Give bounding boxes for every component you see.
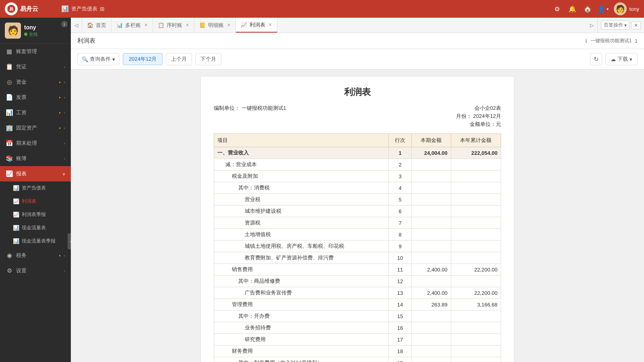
row-ytd	[451, 334, 501, 346]
sidebar-collapse-btn[interactable]: ‹	[68, 233, 71, 249]
col-header-item: 项目	[214, 134, 389, 147]
sidebar-label-invoice: 发票	[16, 94, 56, 101]
row-current	[411, 171, 451, 182]
tab-profit-close[interactable]: ✕	[268, 22, 272, 27]
sidebar-sub-balance-sheet[interactable]: 📊 资产负债表	[0, 181, 71, 195]
sidebar-sub-profit[interactable]: 📈 利润表	[0, 195, 71, 208]
tab-detail[interactable]: 📒 明细账 ✕	[194, 18, 236, 33]
company-name: 一键报税功能测试1	[242, 105, 286, 111]
col-header-ytd: 本年累计金额	[451, 134, 501, 147]
sidebar-item-report[interactable]: 📈 报表 ∨	[0, 166, 71, 181]
sidebar-item-voucher[interactable]: 📋 凭证 ›	[0, 59, 71, 74]
row-current: 2,400.00	[411, 264, 451, 276]
user-dropdown-icon[interactable]: 👤 ▾	[599, 4, 607, 13]
row-current	[411, 206, 451, 217]
tab-sequence-close[interactable]: ✕	[186, 23, 189, 28]
tab-nav-prev[interactable]: ◁	[71, 18, 82, 33]
tab-sequence[interactable]: 📋 序时账 ✕	[153, 18, 194, 33]
tab-operations-btn[interactable]: 页签操作 ▾	[601, 21, 630, 30]
download-btn[interactable]: ☁ 下载 ▾	[605, 53, 638, 65]
sidebar-label-funds: 资金	[16, 78, 56, 86]
home-tab-icon: 🏠	[87, 22, 93, 28]
tab-sequence-label: 序时账	[167, 22, 182, 29]
sidebar-item-fixed-assets[interactable]: 🏢 固定资产 ♦ ›	[0, 120, 71, 136]
settings-icon[interactable]: ⚙	[553, 4, 561, 13]
search-icon: 🔍	[82, 56, 88, 62]
current-date-label: 2024年12月	[129, 56, 157, 62]
row-ytd: 3,166.68	[451, 299, 501, 311]
accounts-icon: ▦	[6, 48, 13, 55]
module-grid-icon[interactable]: ⊞	[100, 6, 105, 12]
tab-nav-next[interactable]: ▷	[586, 18, 598, 33]
sidebar-item-period[interactable]: 📅 期末处理 ›	[0, 136, 71, 151]
report-meta-right: 会小企02表 月份： 2024年12月 金额单位：元	[456, 105, 501, 129]
prev-month-btn[interactable]: 上个月	[166, 53, 192, 65]
profit-quarterly-label: 利润表季报	[22, 211, 46, 218]
hint-number: 1	[635, 38, 638, 44]
tab-close-all-btn[interactable]: ✕	[631, 21, 641, 29]
report-meta-left: 编制单位： 一键报税功能测试1	[214, 105, 286, 112]
row-current: 263.89	[411, 299, 451, 311]
ledger-arrow: ›	[64, 156, 65, 161]
sidebar-label-salary: 工资	[16, 109, 56, 116]
notification-icon[interactable]: 🔔	[568, 4, 577, 13]
invoice-icon: 📄	[6, 94, 13, 101]
sidebar-item-accounts[interactable]: ▦ 账套管理	[0, 44, 71, 59]
sidebar-label-voucher: 凭证	[16, 63, 61, 70]
next-month-btn[interactable]: 下个月	[195, 53, 221, 65]
tab-detail-close[interactable]: ✕	[227, 23, 231, 28]
tab-list: 🏠 首页 📊 多栏账 ✕ 📋 序时账 ✕ 📒 明细	[82, 18, 586, 33]
row-ytd	[451, 217, 501, 229]
home-icon[interactable]: 🏠	[583, 4, 592, 13]
sidebar-item-salary[interactable]: 📊 工资 ♦ ›	[0, 105, 71, 120]
refresh-btn[interactable]: ↻	[590, 53, 602, 65]
download-label: 下载	[617, 56, 628, 63]
tab-ledger-close[interactable]: ✕	[144, 23, 148, 28]
sidebar-item-invoice[interactable]: 📄 发票 ♦ ›	[0, 90, 71, 105]
tab-home[interactable]: 🏠 首页	[82, 18, 111, 33]
ledger-icon: 📚	[6, 155, 13, 162]
settings-icon: ⚙	[6, 267, 13, 274]
funds-icon: ◎	[6, 78, 13, 86]
table-row: 城市维护建设税6	[214, 206, 501, 217]
sidebar-info-btn[interactable]: ℹ	[61, 21, 68, 27]
row-num: 9	[389, 241, 411, 252]
row-num: 7	[389, 217, 411, 229]
row-num: 14	[389, 299, 411, 311]
period-arrow: ›	[64, 141, 65, 146]
row-current	[411, 252, 451, 264]
row-current	[411, 241, 451, 252]
sidebar-item-funds[interactable]: ◎ 资金 ♦ ›	[0, 74, 71, 90]
sidebar-sub-profit-quarterly[interactable]: 📈 利润表季报	[0, 208, 71, 221]
row-current	[411, 229, 451, 241]
sidebar-user-info: tony 在线	[24, 24, 66, 37]
funds-diamond: ♦	[59, 80, 61, 84]
salary-icon: 📊	[6, 109, 13, 116]
fixed-assets-arrow: ›	[64, 126, 65, 130]
row-ytd	[451, 346, 501, 357]
row-num: 8	[389, 229, 411, 241]
info-icon: ℹ	[585, 38, 587, 44]
tab-profit[interactable]: 📈 利润表 ✕	[236, 18, 277, 33]
table-row: 一、营业收入124,004.00222,054.00	[214, 147, 501, 159]
row-label: 其中：开办费	[214, 311, 389, 322]
sidebar-sub-cashflow[interactable]: 📊 现金流量表	[0, 221, 71, 234]
refresh-icon: ↻	[594, 56, 599, 63]
report-main-title: 利润表	[214, 86, 501, 98]
tab-ledger[interactable]: 📊 多栏账 ✕	[111, 18, 153, 33]
current-date-btn[interactable]: 2024年12月	[123, 53, 163, 65]
main-layout: 🧑 tony 在线 ℹ ▦ 账套管理 📋 凭证 ›	[0, 18, 644, 362]
user-area[interactable]: 🧑 tony	[614, 2, 639, 15]
username-label: tony	[629, 6, 639, 12]
tab-profit-label: 利润表	[250, 21, 265, 29]
sidebar-sub-cashflow-quarterly[interactable]: 📊 现金流量表季报	[0, 234, 71, 248]
logo-icon: 易	[5, 2, 18, 15]
row-num: 4	[389, 182, 411, 194]
sidebar-item-settings[interactable]: ⚙ 设置 ›	[0, 263, 71, 278]
sidebar-item-tax[interactable]: ◉ 税务 ♦ ›	[0, 248, 71, 263]
table-row: 减：营业成本2	[214, 159, 501, 171]
row-label: 一、营业收入	[214, 147, 389, 159]
sidebar-item-ledger[interactable]: 📚 账簿 ›	[0, 151, 71, 166]
content-area: ◁ 🏠 首页 📊 多栏账 ✕ 📋 序时账 ✕	[71, 18, 644, 362]
query-condition-btn[interactable]: 🔍 查询条件 ▾	[77, 53, 120, 65]
